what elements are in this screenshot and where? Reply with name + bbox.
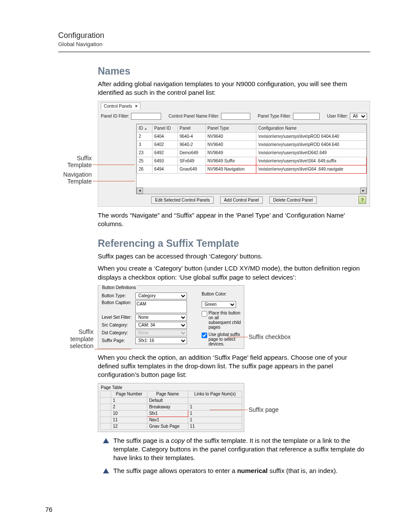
control-panels-window: Control Panels × Panel ID Filter: Contro… [98, 101, 370, 207]
table-cell: Sfx1 [147, 410, 188, 417]
callout-navigation-template: NavigationTemplate [53, 171, 92, 186]
table-cell: \nvision\envy\usersys\live\pROD 6404.640 [256, 132, 367, 140]
callout-suffix-checkbox: Suffix checkbox [249, 333, 309, 341]
use-global-suffix-label: Use global suffix page to select devices… [209, 332, 241, 346]
button-caption-input[interactable] [135, 300, 187, 313]
delete-control-panel-button[interactable]: Delete Control Panel [269, 196, 317, 204]
table-cell: SFx649 [177, 157, 206, 165]
table-cell: Default [147, 397, 188, 404]
heading-names: Names [98, 65, 370, 77]
suffix-page-select[interactable]: Sfx1: 16 [135, 337, 187, 344]
level-set-filter-select[interactable]: None [135, 314, 187, 321]
triangle-icon [103, 468, 109, 473]
scroll-left-icon[interactable]: ◄ [137, 187, 143, 194]
page-number: 76 [45, 506, 53, 513]
note-text: The suffix page is a copy of the suffix … [113, 436, 370, 463]
table-cell: 12 [111, 423, 147, 429]
src-category-select[interactable]: CAM: 34 [135, 322, 187, 329]
para-after-fig2: When you check the option, an addition ‘… [98, 353, 370, 380]
table-row[interactable]: 1Default [100, 397, 242, 404]
close-icon[interactable]: × [135, 104, 137, 109]
table-row[interactable]: 264049640-4NV9640\nvision\envy\usersys\l… [137, 132, 367, 140]
table-cell: 23 [137, 149, 153, 157]
button-type-select[interactable]: Category [135, 292, 187, 299]
dst-category-select: None [135, 330, 187, 336]
table-cell: NV9640 [206, 132, 256, 140]
table-cell: 11 [188, 423, 242, 429]
table-cell: Gnav Sub Page [147, 423, 188, 429]
scroll-right-icon[interactable]: ► [360, 187, 367, 194]
table-cell: NV9640 [206, 140, 256, 149]
table-cell [188, 397, 242, 404]
pt-col-blank [100, 391, 111, 397]
table-cell: 10 [111, 410, 147, 417]
col-panel-id[interactable]: Panel ID [153, 124, 178, 132]
table-cell: \nvision\envy\usersys\live\G64 .649.navi… [256, 165, 367, 173]
pt-col-name[interactable]: Page Name [147, 391, 188, 397]
callout-line [93, 181, 135, 181]
place-on-children-checkbox[interactable] [202, 311, 207, 317]
button-color-select[interactable]: Green [202, 301, 236, 308]
table-row[interactable]: 256493SFx649NV9649 Suffix\nvision\envy\u… [137, 157, 367, 165]
panel-name-filter-input[interactable] [221, 113, 250, 120]
page-header: Configuration Global Navigation [58, 31, 370, 52]
table-row[interactable]: 11Nav11 [100, 417, 242, 423]
panel-type-filter-input[interactable] [293, 113, 320, 120]
horizontal-scrollbar[interactable]: ◄ ► [137, 187, 367, 194]
table-cell: Gnav649 [177, 165, 206, 173]
table-cell: 6404 [153, 132, 178, 140]
cp-header-row: ID Panel ID Panel Panel Type Configurati… [137, 124, 367, 132]
panel-type-filter-label: Panel Type Filter: [258, 114, 291, 118]
heading-referencing-suffix: Referencing a Suffix Template [98, 238, 370, 249]
note-item: The suffix page allows operators to ente… [98, 467, 370, 475]
group-legend: Button Definitions [101, 285, 137, 290]
table-cell: 9640-4 [177, 132, 206, 140]
table-cell: NV9649 Suffix [206, 157, 256, 165]
add-control-panel-button[interactable]: Add Control Panel [220, 196, 263, 204]
edit-selected-button[interactable]: Edit Selected Control Panels [151, 196, 214, 204]
table-row[interactable]: 266494Gnav649NV9649 Navigation\nvision\e… [137, 165, 367, 173]
page-table: Page Number Page Name Links to Page Num(… [100, 391, 242, 430]
place-on-children-label: Place this button on all subsequent chil… [209, 311, 241, 330]
table-row[interactable]: 12Gnav Sub Page11 [100, 423, 242, 429]
page-table-title: Page Table [100, 385, 242, 391]
table-row[interactable]: 236492Demo649NV9649\nvision\envy\usersys… [137, 149, 367, 157]
table-row[interactable]: 10Sfx11 [100, 410, 242, 417]
para-suffix-1: Suffix pages can be accessed through ‘Ca… [98, 252, 370, 261]
table-cell: 2 [137, 132, 153, 140]
help-icon[interactable]: ? [358, 196, 366, 204]
table-cell: \nvision\envy\usersys\live\D642.649 [256, 149, 367, 157]
table-cell: 1 [111, 397, 147, 404]
table-row[interactable]: 364029640-2NV9640\nvision\envy\usersys\l… [137, 140, 367, 149]
para-names-intro: After adding global navigation templates… [98, 80, 370, 97]
callout-suffix-page: Suffix page [249, 406, 309, 414]
table-cell: 1 [188, 417, 242, 423]
callout-line [227, 337, 248, 337]
table-cell: NV9649 [206, 149, 256, 157]
row-handle [100, 404, 111, 410]
table-cell: \nvision\envy\usersys\live\pROD 6404.640 [256, 140, 367, 149]
table-cell: NV9649 Navigation [206, 165, 256, 173]
button-definitions-group: Button Definitions Button Type: Category… [98, 285, 244, 349]
col-panel-type[interactable]: Panel Type [206, 124, 256, 132]
table-cell: 1 [188, 410, 242, 417]
user-filter-select[interactable]: All [350, 113, 367, 120]
col-config-name[interactable]: Configuration Name [256, 124, 367, 132]
pt-col-number[interactable]: Page Number [111, 391, 147, 397]
callout-line [93, 165, 135, 165]
pt-col-links[interactable]: Links to Page Num(s) [188, 391, 242, 397]
callout-line [94, 349, 131, 349]
level-set-filter-label: Level Set Filter: [102, 315, 135, 320]
chapter-title: Configuration [58, 31, 370, 40]
control-panels-table-wrap: ID Panel ID Panel Panel Type Configurati… [136, 124, 367, 194]
table-cell: Demo649 [177, 149, 206, 157]
use-global-suffix-checkbox[interactable] [202, 333, 207, 338]
col-id[interactable]: ID [137, 124, 153, 132]
col-panel[interactable]: Panel [177, 124, 206, 132]
panel-id-filter-input[interactable] [131, 113, 161, 120]
dst-category-label: Dst Category: [102, 330, 135, 335]
note-text: The suffix page allows operators to ente… [113, 467, 338, 475]
tab-control-panels[interactable]: Control Panels × [101, 103, 140, 109]
callout-line [210, 410, 248, 410]
table-cell: 2 [111, 404, 147, 410]
